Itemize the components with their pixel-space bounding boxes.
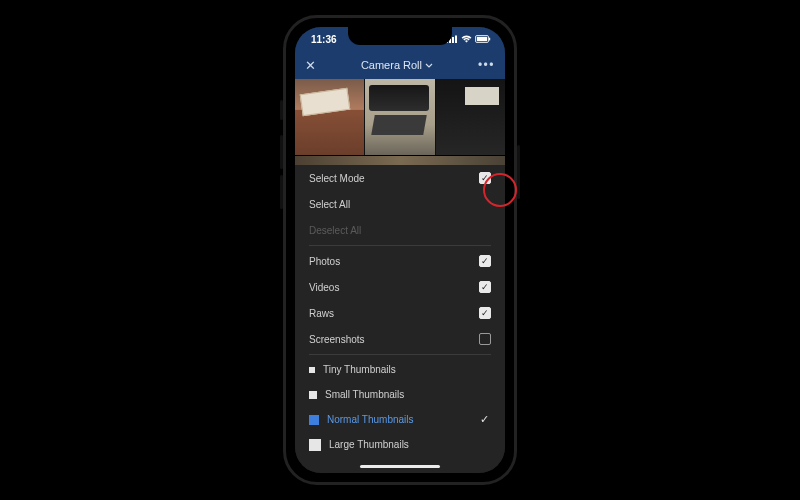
filter-videos-checkbox[interactable] (479, 281, 491, 293)
svg-rect-5 (477, 37, 487, 41)
svg-rect-3 (455, 36, 457, 44)
filter-screenshots-label: Screenshots (309, 334, 365, 345)
photo-grid-row (295, 155, 505, 165)
status-indicators (446, 35, 491, 43)
nav-title-dropdown[interactable]: Camera Roll (361, 59, 433, 71)
select-mode-label: Select Mode (309, 173, 365, 184)
thumb-size-icon (309, 391, 317, 399)
filter-videos-row[interactable]: Videos (309, 274, 491, 300)
divider (309, 245, 491, 246)
checkmark-icon: ✓ (480, 413, 491, 426)
deselect-all-label: Deselect All (309, 225, 361, 236)
svg-rect-2 (452, 37, 454, 43)
filter-raws-checkbox[interactable] (479, 307, 491, 319)
thumb-size-icon (309, 415, 319, 425)
battery-icon (475, 35, 491, 43)
notch (348, 27, 452, 45)
select-mode-checkbox[interactable] (479, 172, 491, 184)
filter-screenshots-row[interactable]: Screenshots (309, 326, 491, 352)
filter-photos-label: Photos (309, 256, 340, 267)
thumb-normal-row[interactable]: Normal Thumbnails ✓ (309, 407, 491, 432)
photo-thumbnail[interactable] (365, 79, 434, 155)
filter-raws-row[interactable]: Raws (309, 300, 491, 326)
phone-frame: 11:36 ✕ Camera Roll ••• (283, 15, 517, 485)
power-button (517, 145, 520, 199)
select-all-label: Select All (309, 199, 350, 210)
thumb-tiny-label: Tiny Thumbnails (323, 364, 396, 375)
status-time: 11:36 (311, 34, 337, 45)
deselect-all-row: Deselect All (309, 217, 491, 243)
filter-raws-label: Raws (309, 308, 334, 319)
thumb-size-icon (309, 367, 315, 373)
filter-photos-row[interactable]: Photos (309, 248, 491, 274)
thumb-small-row[interactable]: Small Thumbnails (309, 382, 491, 407)
photo-thumbnail[interactable] (436, 79, 505, 155)
options-sheet: Select Mode Select All Deselect All Phot… (295, 165, 505, 473)
divider (309, 354, 491, 355)
nav-title-label: Camera Roll (361, 59, 422, 71)
thumb-small-label: Small Thumbnails (325, 389, 404, 400)
photo-grid[interactable] (295, 79, 505, 155)
filter-screenshots-checkbox[interactable] (479, 333, 491, 345)
thumb-large-row[interactable]: Large Thumbnails (309, 432, 491, 457)
close-icon[interactable]: ✕ (305, 58, 316, 73)
nav-bar: ✕ Camera Roll ••• (295, 51, 505, 79)
home-indicator[interactable] (360, 465, 440, 468)
thumb-large-label: Large Thumbnails (329, 439, 409, 450)
svg-rect-6 (489, 38, 490, 41)
photo-thumbnail[interactable] (295, 79, 364, 155)
select-mode-row[interactable]: Select Mode (309, 165, 491, 191)
chevron-down-icon (425, 63, 433, 68)
wifi-icon (461, 35, 472, 43)
screen: 11:36 ✕ Camera Roll ••• (295, 27, 505, 473)
thumb-size-icon (309, 439, 321, 451)
thumb-tiny-row[interactable]: Tiny Thumbnails (309, 357, 491, 382)
thumb-normal-label: Normal Thumbnails (327, 414, 414, 425)
filter-photos-checkbox[interactable] (479, 255, 491, 267)
more-icon[interactable]: ••• (478, 58, 495, 72)
select-all-row[interactable]: Select All (309, 191, 491, 217)
filter-videos-label: Videos (309, 282, 339, 293)
